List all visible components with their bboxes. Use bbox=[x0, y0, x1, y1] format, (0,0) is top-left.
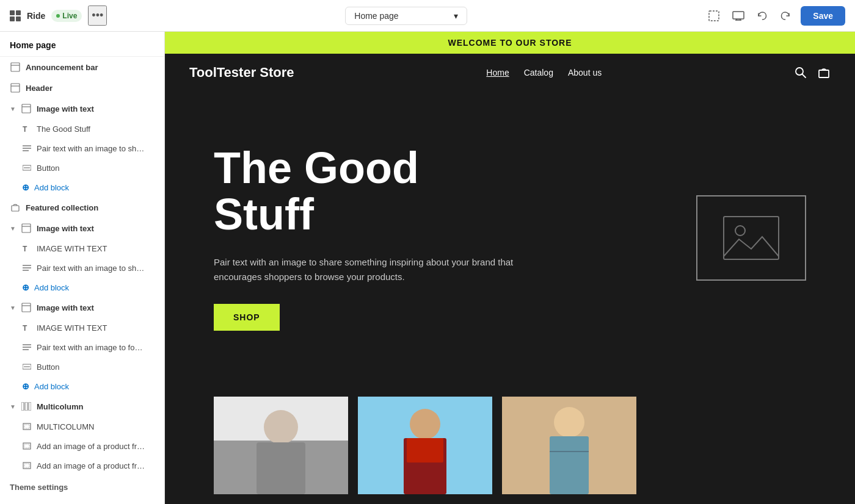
store-name: Ride bbox=[27, 11, 45, 21]
svg-text:T: T bbox=[23, 125, 27, 133]
preview-area: WELCOME TO OUR STORE ToolTester Store Ho… bbox=[165, 32, 855, 504]
search-icon[interactable] bbox=[794, 66, 807, 79]
store-nav: Home Catalog About us bbox=[486, 68, 602, 77]
top-bar: Ride Live ••• Home page ▾ bbox=[0, 0, 855, 32]
announcement-text: WELCOME TO OUR STORE bbox=[448, 38, 572, 48]
live-label: Live bbox=[62, 12, 77, 20]
save-button[interactable]: Save bbox=[801, 6, 845, 26]
sidebar-child-label: Pair text with an image to sh… bbox=[37, 264, 144, 273]
sidebar-child-image-with-text-2-title[interactable]: T IMAGE WITH TEXT bbox=[0, 239, 164, 258]
sidebar-item-multicolumn[interactable]: ▼ Multicolumn bbox=[0, 396, 164, 417]
section-layout-icon bbox=[10, 83, 20, 93]
hero-section: The Good Stuff Pair text with an image t… bbox=[165, 92, 855, 397]
paragraph-icon bbox=[23, 264, 31, 272]
svg-point-46 bbox=[264, 410, 298, 444]
undo-button[interactable] bbox=[754, 8, 770, 24]
section-layout-icon bbox=[10, 62, 20, 72]
select-tool-button[interactable] bbox=[705, 7, 722, 24]
cart-icon[interactable] bbox=[817, 66, 831, 79]
button-icon bbox=[22, 362, 32, 372]
svg-rect-32 bbox=[21, 402, 24, 411]
product-image-3 bbox=[502, 397, 636, 494]
sidebar-child-label: IMAGE WITH TEXT bbox=[37, 244, 107, 253]
frame-icon bbox=[22, 422, 32, 431]
sidebar-child-image-with-text-3-title[interactable]: T IMAGE WITH TEXT bbox=[0, 318, 164, 337]
sidebar-item-label: Header bbox=[26, 84, 53, 93]
svg-line-42 bbox=[802, 74, 806, 78]
live-dot bbox=[56, 14, 60, 18]
sidebar-child-para-2[interactable]: Pair text with an image to sh… bbox=[0, 258, 164, 278]
sidebar-child-multicolumn-label[interactable]: MULTICOLUMN bbox=[0, 417, 164, 436]
svg-rect-36 bbox=[24, 425, 29, 428]
svg-rect-40 bbox=[24, 464, 29, 467]
svg-rect-44 bbox=[724, 217, 779, 259]
top-bar-left: Ride Live ••• bbox=[10, 5, 107, 26]
sidebar-item-label: Image with text bbox=[37, 224, 94, 233]
top-bar-center: Home page ▾ bbox=[114, 7, 698, 25]
button-icon bbox=[22, 163, 32, 173]
sidebar-child-multi-item-2[interactable]: Add an image of a product fr… bbox=[0, 456, 164, 475]
sidebar-item-announcement-bar[interactable]: Announcement bar bbox=[0, 57, 164, 77]
frame-icon bbox=[23, 442, 31, 450]
sidebar-item-image-with-text-2[interactable]: ▼ Image with text bbox=[0, 218, 164, 239]
svg-rect-7 bbox=[11, 84, 20, 92]
sidebar-child-multi-item-1[interactable]: Add an image of a product fr… bbox=[0, 436, 164, 456]
sidebar-item-featured-collection[interactable]: Featured collection bbox=[0, 197, 164, 218]
sidebar-add-block-1[interactable]: ⊕ Add block bbox=[0, 178, 164, 197]
sidebar-child-label: Button bbox=[37, 164, 60, 173]
section-icon bbox=[10, 82, 21, 93]
nav-about[interactable]: About us bbox=[568, 68, 602, 77]
section-layout-icon bbox=[21, 223, 31, 233]
collapse-arrow-icon: ▼ bbox=[10, 225, 16, 232]
sidebar-item-label: Multicolumn bbox=[37, 402, 84, 411]
sidebar-child-label: Add an image of a product fr… bbox=[37, 442, 145, 451]
hero-title: The Good Stuff bbox=[214, 145, 519, 237]
page-selector[interactable]: Home page ▾ bbox=[345, 7, 467, 25]
collapse-arrow-icon: ▼ bbox=[10, 304, 16, 311]
sidebar-child-label: Add an image of a product fr… bbox=[37, 461, 145, 470]
columns-icon bbox=[21, 402, 31, 411]
product-thumbnail-3 bbox=[502, 397, 636, 494]
top-bar-right: Save bbox=[705, 6, 845, 26]
undo-icon bbox=[757, 10, 768, 21]
svg-point-51 bbox=[554, 407, 584, 437]
more-button[interactable]: ••• bbox=[88, 5, 107, 26]
hero-image-placeholder bbox=[696, 195, 806, 281]
sidebar-item-image-with-text-1[interactable]: ▼ Image with text bbox=[0, 98, 164, 119]
svg-rect-17 bbox=[12, 206, 19, 211]
sidebar-item-image-with-text-3[interactable]: ▼ Image with text bbox=[0, 297, 164, 318]
sidebar-child-the-good-stuff[interactable]: T The Good Stuff bbox=[0, 119, 164, 139]
nav-home[interactable]: Home bbox=[486, 68, 509, 77]
sidebar-item-label: Image with text bbox=[37, 303, 94, 312]
svg-point-48 bbox=[410, 409, 440, 439]
button-block-icon bbox=[23, 363, 31, 370]
button-block-icon bbox=[23, 164, 31, 171]
sidebar-child-para-1[interactable]: Pair text with an image to sh… bbox=[0, 139, 164, 158]
section-icon bbox=[21, 302, 32, 313]
desktop-view-button[interactable] bbox=[730, 9, 747, 23]
sidebar-item-label: Featured collection bbox=[26, 203, 98, 212]
sidebar-child-para-3[interactable]: Pair text with an image to fo… bbox=[0, 337, 164, 357]
nav-catalog[interactable]: Catalog bbox=[524, 68, 553, 77]
product-thumbnail-1 bbox=[214, 397, 348, 494]
section-icon bbox=[21, 103, 32, 114]
plus-icon: ⊕ bbox=[22, 283, 29, 292]
sidebar-add-block-2[interactable]: ⊕ Add block bbox=[0, 278, 164, 297]
sidebar-item-header[interactable]: Header bbox=[0, 77, 164, 98]
grid-icon[interactable] bbox=[10, 10, 21, 21]
theme-settings[interactable]: Theme settings bbox=[0, 475, 164, 499]
add-block-label: Add block bbox=[34, 183, 69, 192]
frame-icon bbox=[22, 461, 32, 470]
frame-icon bbox=[22, 441, 32, 451]
text-block-icon: T bbox=[22, 243, 32, 253]
sidebar-child-button-1[interactable]: Button bbox=[0, 158, 164, 178]
svg-rect-47 bbox=[256, 442, 305, 494]
sidebar-add-block-3[interactable]: ⊕ Add block bbox=[0, 376, 164, 396]
hero-cta-button[interactable]: SHOP bbox=[214, 304, 280, 331]
products-row bbox=[165, 397, 855, 504]
frame-icon bbox=[23, 462, 31, 469]
svg-rect-38 bbox=[24, 444, 29, 448]
sidebar-child-button-3[interactable]: Button bbox=[0, 357, 164, 376]
redo-button[interactable] bbox=[777, 8, 793, 24]
text-block-icon: T bbox=[22, 323, 32, 333]
